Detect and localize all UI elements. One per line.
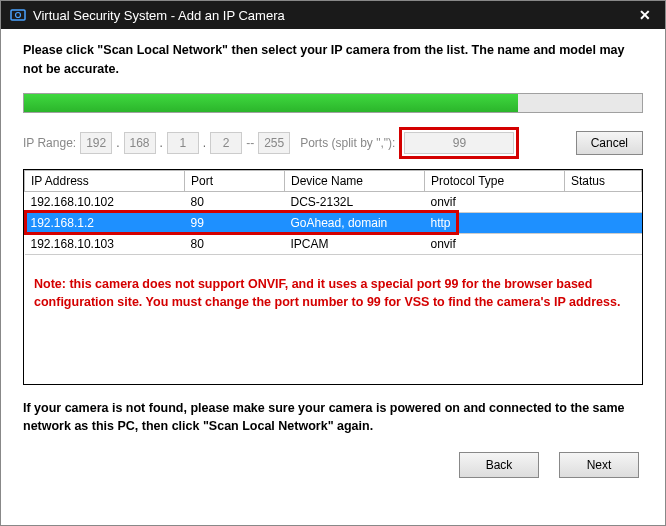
ports-label: Ports (split by ","): <box>300 136 395 150</box>
dot: . <box>160 136 163 150</box>
cell-ip: 192.168.1.2 <box>25 212 185 233</box>
dialog-content: Please click "Scan Local Network" then s… <box>1 29 665 486</box>
window-title: Virtual Security System - Add an IP Came… <box>33 8 633 23</box>
camera-table[interactable]: IP Address Port Device Name Protocol Typ… <box>24 170 642 255</box>
footer-text: If your camera is not found, please make… <box>23 399 643 437</box>
ports-input[interactable] <box>404 132 514 154</box>
cell-proto: onvif <box>425 233 565 254</box>
table-row[interactable]: 192.168.1.299GoAhead, domainhttp <box>25 212 642 233</box>
range-dash: -- <box>246 136 254 150</box>
cell-status <box>565 233 642 254</box>
col-status[interactable]: Status <box>565 170 642 191</box>
cell-port: 80 <box>185 191 285 212</box>
cell-ip: 192.168.10.102 <box>25 191 185 212</box>
app-icon <box>9 6 27 24</box>
cell-proto: http <box>425 212 565 233</box>
cell-device: DCS-2132L <box>285 191 425 212</box>
cell-device: IPCAM <box>285 233 425 254</box>
dot: . <box>116 136 119 150</box>
wizard-buttons: Back Next <box>23 452 643 478</box>
ip-octet-4b <box>258 132 290 154</box>
ip-octet-1 <box>80 132 112 154</box>
next-button[interactable]: Next <box>559 452 639 478</box>
ip-range-label: IP Range: <box>23 136 76 150</box>
cell-port: 80 <box>185 233 285 254</box>
camera-table-container: IP Address Port Device Name Protocol Typ… <box>23 169 643 385</box>
cancel-button[interactable]: Cancel <box>576 131 643 155</box>
cell-ip: 192.168.10.103 <box>25 233 185 254</box>
cell-status <box>565 212 642 233</box>
back-button[interactable]: Back <box>459 452 539 478</box>
table-row[interactable]: 192.168.10.10280DCS-2132Lonvif <box>25 191 642 212</box>
col-port[interactable]: Port <box>185 170 285 191</box>
onvif-note: Note: this camera does not support ONVIF… <box>24 255 642 323</box>
ip-octet-2 <box>124 132 156 154</box>
cell-device: GoAhead, domain <box>285 212 425 233</box>
table-row[interactable]: 192.168.10.10380IPCAMonvif <box>25 233 642 254</box>
instruction-text: Please click "Scan Local Network" then s… <box>23 41 643 79</box>
scan-progress-fill <box>24 94 518 112</box>
cell-status <box>565 191 642 212</box>
svg-point-1 <box>16 13 21 18</box>
dot: . <box>203 136 206 150</box>
col-device[interactable]: Device Name <box>285 170 425 191</box>
close-icon[interactable]: ✕ <box>633 7 657 23</box>
cell-port: 99 <box>185 212 285 233</box>
svg-rect-0 <box>11 10 25 20</box>
ip-octet-4a <box>210 132 242 154</box>
cell-proto: onvif <box>425 191 565 212</box>
col-proto[interactable]: Protocol Type <box>425 170 565 191</box>
scan-progress <box>23 93 643 113</box>
col-ip[interactable]: IP Address <box>25 170 185 191</box>
titlebar: Virtual Security System - Add an IP Came… <box>1 1 665 29</box>
ip-octet-3 <box>167 132 199 154</box>
ports-highlight <box>399 127 519 159</box>
ip-range-row: IP Range: . . . -- Ports (split by ","):… <box>23 127 643 159</box>
